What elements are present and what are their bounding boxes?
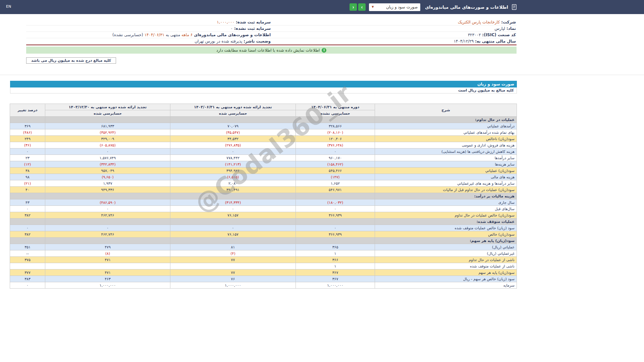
value-cell: ۱,۹۳۷ (45, 180, 170, 187)
value-cell: (۲۱) (10, 180, 45, 187)
report-document-icon (511, 4, 517, 10)
value-cell: ۳۸ (10, 168, 45, 174)
value-cell (10, 238, 45, 244)
data-row: ناشی از عملیات در حال تداوم۳۶۶۷۷۴۷۱۳۷۵ (10, 257, 517, 263)
value-cell: (۱۸۰,۰۳۲) (296, 199, 375, 206)
value-cell: ۰ (45, 148, 170, 155)
value-cell: ۳۶۷ (296, 269, 375, 276)
value-cell: (۱۴۱,۲۱۳) (170, 161, 296, 168)
topbar-content: اطلاعات و صورت‌های مالی میاندوره‌ای صورت… (348, 0, 517, 14)
amounts-unit-note: کلیه مبالغ درج شده به میلیون ریال می باش… (26, 57, 116, 64)
report-type-dropdown[interactable]: صورت سود و زیان ▼ (369, 3, 420, 11)
data-row: سود(زیان) پایه هر سهم۳۶۷۷۷۴۷۱۳۷۷ (10, 269, 517, 276)
page-title: اطلاعات و صورت‌های مالی میاندوره‌ای (425, 5, 508, 10)
company-info-field: سال مالی منتهی به:۱۴۰۴/۱۲/۲۹ (271, 38, 517, 45)
value-cell: ۴۶۲,۷۴۶ (45, 212, 170, 219)
data-row: سال جاری(۱۸۰,۰۳۲)(۳۱۴,۳۳۴)(۴۸۶,۵۹۰)۴۳ (10, 199, 517, 206)
row-label-cell: غیرعملیاتي (ریال) (375, 250, 517, 257)
value-cell: ۰ (296, 225, 375, 231)
value-cell: ۱,۵۷۶,۷۴۹ (45, 155, 170, 161)
row-label-cell: سود (زیان) خالص عملیات متوقف شده (375, 225, 517, 231)
value-cell: ۳۶۶ (296, 257, 375, 263)
value-cell: (۶۰۵,۸۷۵) (45, 142, 170, 148)
field-label: شرکت: (501, 20, 516, 24)
data-row: هزینه های فروش، اداری و عمومی(۳۷۶,۶۴۸)(۲… (10, 142, 517, 148)
value-cell: (۴) (170, 250, 296, 257)
section-row: هزینه مالیات بر درآمد: (10, 193, 517, 199)
company-info-field: نماد:لپارس (271, 25, 517, 32)
value-cell: ۳۶۹ (10, 123, 45, 129)
value-cell: ۷۰,۰۷۹ (170, 123, 296, 129)
data-row: سال‌های قبل۰۰۰۰ (10, 206, 517, 212)
value-cell: ۱ (296, 250, 375, 257)
company-info-field: اطلاعات و صورت‌های مالی میاندوره‌ای۶ ماه… (26, 32, 271, 38)
signature-match-banner: i اطلاعات نمایش داده شده با اطلاعات امضا… (26, 47, 517, 54)
field-value-part: (حسابرسی نشده) (112, 33, 143, 37)
value-cell: ۳۷۷ (10, 269, 45, 276)
value-cell: ۳۹۴,۹۲۶ (170, 168, 296, 174)
value-cell: ۷۶,۱۵۷ (170, 212, 296, 219)
data-row: ناشی از عملیات متوقف شده۱ (10, 263, 517, 269)
value-cell (45, 219, 170, 225)
value-cell: ۷۷ (170, 257, 296, 263)
value-cell: ۰ (296, 206, 375, 212)
statement-table-body: عملیات در حال تداوم:درآمدهای عملیاتي۳۲۸,… (10, 117, 517, 289)
row-label-cell: هزینه های مالی (375, 174, 517, 180)
row-label-cell: سال جاری (375, 199, 517, 206)
row-label-cell: هزینه های فروش، اداری و عمومی (375, 142, 517, 148)
value-cell: ۱,۰۰۰,۰۰۰ (170, 282, 296, 289)
value-cell: ۰ (10, 225, 45, 231)
value-cell: ۳۸۳ (10, 276, 45, 282)
value-cell: ۳۵۱ (10, 244, 45, 250)
field-label: سرمایه ثبت نشده: (234, 26, 271, 31)
row-label-cell: سود(زیان) پایه هر سهم: (375, 238, 517, 244)
value-cell (296, 238, 375, 244)
data-row: سایر هزینه‌ها(۱۵۸,۴۶۲)(۱۴۱,۲۱۳)(۳۴۲,۸۳۴)… (10, 161, 517, 168)
value-cell: ۴۷۱ (45, 269, 170, 276)
value-cell: ۳۶۷ (296, 276, 375, 282)
row-label-cell: عملیات در حال تداوم: (375, 117, 517, 123)
value-cell (45, 238, 170, 244)
value-cell: ۴۷۱ (45, 257, 170, 263)
data-row: غیرعملیاتي (ریال)۱(۴)(۸)-- (10, 250, 517, 257)
value-cell: ۰ (10, 282, 45, 289)
data-row: سایر درآمدها۹۶۰,۱۷۰۷۷۸,۴۴۲۱,۵۷۶,۷۴۹۲۳ (10, 155, 517, 161)
value-cell: (۴۸۶) (10, 129, 45, 136)
company-info-field: سرمایه ثبت نشده:۰ (26, 25, 271, 32)
language-switch-link[interactable]: EN (6, 4, 11, 9)
value-cell: ۳۴,۵۳۲ (170, 136, 296, 142)
value-cell (45, 193, 170, 199)
value-cell (170, 117, 296, 123)
value-cell (10, 219, 45, 225)
value-cell: (۱۴۷) (296, 174, 375, 180)
data-row: سود(زیان) خالص۳۶۶,۹۳۹۷۶,۱۵۷۴۶۲,۷۴۶۳۸۲ (10, 231, 517, 238)
value-cell (296, 219, 375, 225)
field-value-part: ۶ ماهه (181, 33, 193, 37)
value-cell: ۱۲۰,۴۰۶ (296, 136, 375, 142)
value-cell: ۰ (45, 206, 170, 212)
data-row: سود(زیان) عملیات در حال تداوم قبل از مال… (10, 187, 517, 193)
nav-forward-button[interactable]: › (358, 3, 366, 11)
report-type-selected-value: صورت سود و زیان (386, 5, 418, 9)
field-value: لپارس (495, 26, 505, 31)
value-cell: ۳۸۲ (10, 231, 45, 238)
value-cell: ۳۲۸,۵۶۶ (296, 123, 375, 129)
value-cell: (۸) (45, 250, 170, 257)
col-header-period-restated-midyear: تجدید ارائه شده دوره منتهی به ۱۴۰۳/۰۶/۳۱ (170, 104, 296, 110)
nav-back-button[interactable]: ‹ (350, 3, 357, 11)
value-cell: ۰ (170, 206, 296, 212)
row-label-cell: ناشی از عملیات متوقف شده (375, 263, 517, 269)
value-cell: ۳۸۲ (10, 212, 45, 219)
data-row: سود(زیان) خالص عملیات در حال تداوم۳۶۶,۹۳… (10, 212, 517, 219)
value-cell: ۱,۰۰۰,۰۰۰ (45, 282, 170, 289)
field-value: ۳۲۳۰۰۲ (468, 33, 481, 37)
info-icon: i (322, 48, 326, 53)
statement-unit-note: کلیه مبالغ به میلیون ریال است (10, 87, 517, 94)
value-cell: ۴۷۹ (45, 244, 170, 250)
value-cell: ۳۶۶,۹۳۹ (296, 231, 375, 238)
row-label-cell: سال‌های قبل (375, 206, 517, 212)
value-cell (296, 117, 375, 123)
value-cell: ۱,۰۰۰,۰۰۰ (296, 282, 375, 289)
col-subheader-audited-1: حسابرسی شده (170, 110, 296, 117)
company-info-field: وضعیت ناشر:پذیرفته شده در بورس تهران (26, 38, 271, 45)
